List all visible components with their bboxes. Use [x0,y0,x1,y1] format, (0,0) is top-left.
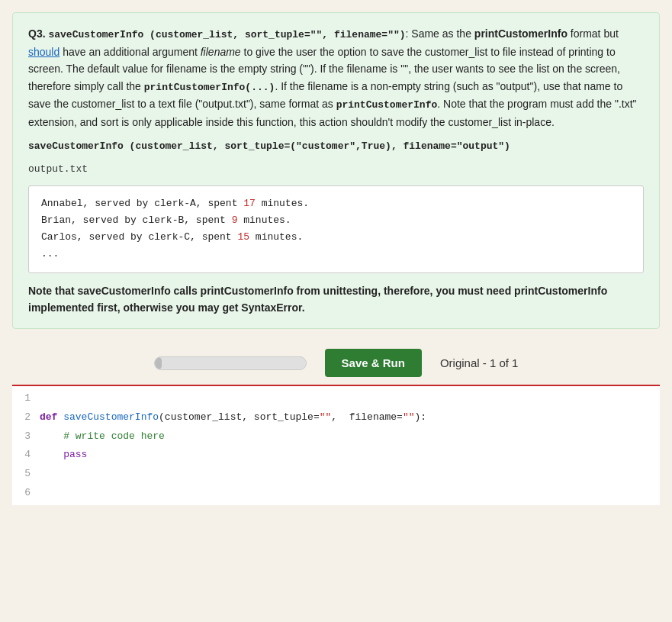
filename-italic: filename [201,46,241,58]
print-customer-ref1: printCustomerInfo [474,27,568,40]
function-call-example: saveCustomerInfo (customer_list, sort_tu… [28,139,644,155]
code-output-block: Annabel, served by clerk-A, spent 17 min… [28,185,644,272]
code-line-4: 4 pass [12,446,660,465]
line-number-6: 6 [12,484,40,503]
code-line-6: 6 [12,484,660,503]
question-number: Q3. saveCustomerInfo (customer_list, sor… [28,27,406,40]
line-number-2: 2 [12,408,40,427]
line-number-3: 3 [12,427,40,446]
line-content-2: def saveCustomerInfo(customer_list, sort… [40,408,660,427]
output-line-1: Annabel, served by clerk-A, spent 17 min… [41,195,631,212]
code-editor-area[interactable]: 1 2 def saveCustomerInfo(customer_list, … [12,385,660,505]
output-line-2: Brian, served by clerk-B, spent 9 minute… [41,212,631,229]
code-line-5: 5 [12,465,660,484]
code-line-1: 1 [12,389,660,408]
code-line-3: 3 # write code here [12,427,660,446]
should-text: should [28,46,59,58]
toolbar: Save & Run Original - 1 of 1 [12,341,660,385]
output-line-3: Carlos, served by clerk-C, spent 15 minu… [41,229,631,246]
line-content-4: pass [40,446,660,465]
code-line-2: 2 def saveCustomerInfo(customer_list, so… [12,408,660,427]
line-number-4: 4 [12,446,40,465]
output-label: output.txt [28,162,644,178]
original-label: Original - 1 of 1 [440,356,519,369]
progress-bar-fill [155,357,162,369]
print-customer-ref3: printCustomerInfo [336,99,438,111]
note-text: Note that saveCustomerInfo calls printCu… [28,282,644,317]
question-description: Q3. saveCustomerInfo (customer_list, sor… [28,25,644,131]
progress-bar [154,356,307,370]
code-editor-inner[interactable]: 1 2 def saveCustomerInfo(customer_list, … [12,386,660,505]
line-number-1: 1 [12,389,40,408]
print-customer-ref2: printCustomerInfo(...) [144,82,275,93]
question-box: Q3. saveCustomerInfo (customer_list, sor… [12,12,660,329]
output-line-4: ... [41,246,631,263]
save-run-button[interactable]: Save & Run [325,349,422,377]
line-content-3: # write code here [40,427,660,446]
line-number-5: 5 [12,465,40,484]
